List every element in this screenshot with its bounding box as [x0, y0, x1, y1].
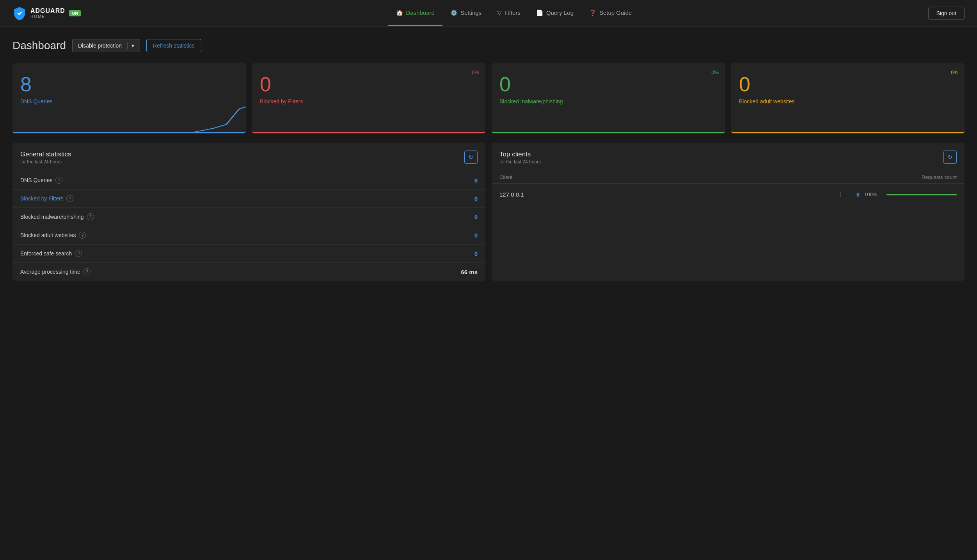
- blocked-malware-label: Blocked malware/phishing: [499, 98, 717, 105]
- stat-card-dns-queries: 8 DNS Queries: [12, 63, 246, 133]
- page-header: Dashboard Disable protection ▾ Refresh s…: [12, 39, 965, 52]
- nav-item-setup[interactable]: ❓ Setup Guide: [581, 1, 639, 26]
- stat-cards-grid: 8 DNS Queries 0% 0 Blocked by Filters 0%…: [12, 63, 965, 133]
- top-clients-refresh-button[interactable]: ↻: [943, 151, 957, 164]
- nav-item-dashboard[interactable]: 🏠 Dashboard: [388, 1, 442, 26]
- main-content: Dashboard Disable protection ▾ Refresh s…: [0, 27, 977, 293]
- page-title: Dashboard: [12, 39, 66, 52]
- client-row: 127.0.0.1 ⋮ 8 100%: [492, 183, 965, 205]
- nav-item-querylog[interactable]: 📄 Query Log: [528, 1, 581, 26]
- blocked-filters-row-label: Blocked by Filters ?: [20, 195, 352, 202]
- client-bar: [886, 194, 957, 195]
- blocked-filters-value: 0: [360, 190, 485, 208]
- requests-col-header: Requests count: [922, 174, 957, 180]
- doc-icon: 📄: [536, 9, 544, 16]
- top-clients-card: Top clients for the last 24 hours ↻ Clie…: [492, 143, 965, 281]
- avg-time-help-icon[interactable]: ?: [83, 268, 91, 275]
- chevron-down-icon[interactable]: ▾: [127, 43, 134, 49]
- safe-search-value: 0: [360, 245, 485, 263]
- logo-text: ADGUARD HOME: [30, 7, 65, 19]
- avg-time-row-label: Average processing time ?: [20, 268, 352, 275]
- blocked-malware-row-label: Blocked malware/phishing ?: [20, 213, 352, 220]
- blocked-adult-value: 0: [360, 226, 485, 245]
- blocked-adult-number: 0: [739, 74, 957, 94]
- filter-icon: ▽: [497, 9, 502, 16]
- top-clients-subtitle: for the last 24 hours: [499, 159, 541, 165]
- client-percent: 100%: [864, 191, 882, 197]
- home-icon: 🏠: [396, 9, 403, 16]
- gear-icon: ⚙️: [450, 9, 458, 16]
- sign-out-button[interactable]: Sign out: [928, 7, 965, 20]
- dns-queries-label: DNS Queries: [20, 98, 238, 105]
- general-stats-header: General statistics for the last 24 hours…: [12, 143, 485, 165]
- client-count: 8: [852, 191, 860, 198]
- nav-item-filters[interactable]: ▽ Filters: [489, 1, 528, 26]
- stat-card-blocked-adult: 0% 0 Blocked adult websites: [731, 63, 965, 133]
- logo-sub: HOME: [30, 14, 65, 19]
- dns-queries-chart: [12, 105, 246, 132]
- top-clients-header: Top clients for the last 24 hours ↻: [492, 143, 965, 165]
- table-row: Blocked malware/phishing ? 0: [12, 208, 485, 226]
- nav-links: 🏠 Dashboard ⚙️ Settings ▽ Filters 📄 Quer…: [99, 1, 928, 26]
- dns-queries-number: 8: [20, 74, 238, 94]
- general-stats-table: DNS Queries ? 8 Blocked by Filters ?: [12, 171, 485, 281]
- table-row: Enforced safe search ? 0: [12, 245, 485, 263]
- bottom-grid: General statistics for the last 24 hours…: [12, 143, 965, 281]
- clients-table-header: Client Requests count: [492, 171, 965, 183]
- general-stats-subtitle: for the last 24 hours: [20, 159, 71, 165]
- blocked-filters-help-icon[interactable]: ?: [66, 195, 73, 202]
- logo-name: ADGUARD: [30, 7, 65, 14]
- blocked-malware-value: 0: [360, 208, 485, 226]
- blocked-malware-percent: 0%: [711, 69, 719, 75]
- general-stats-title: General statistics: [20, 151, 71, 158]
- refresh-statistics-button[interactable]: Refresh statistics: [146, 39, 201, 52]
- stat-card-blocked-malware: 0% 0 Blocked malware/phishing: [492, 63, 725, 133]
- navbar: ADGUARD HOME ON 🏠 Dashboard ⚙️ Settings …: [0, 0, 977, 27]
- logo-area: ADGUARD HOME ON: [12, 6, 81, 20]
- safe-search-help-icon[interactable]: ?: [75, 250, 82, 257]
- table-row: Blocked by Filters ? 0: [12, 190, 485, 208]
- blocked-filters-number: 0: [260, 74, 478, 94]
- avg-time-value: 66 ms: [360, 263, 485, 281]
- general-statistics-card: General statistics for the last 24 hours…: [12, 143, 485, 281]
- blocked-adult-row-label: Blocked adult websites ?: [20, 232, 352, 239]
- blocked-adult-help-icon[interactable]: ?: [79, 232, 86, 239]
- nav-item-settings[interactable]: ⚙️ Settings: [442, 1, 489, 26]
- disable-protection-button[interactable]: Disable protection ▾: [72, 39, 140, 52]
- table-row: DNS Queries ? 8: [12, 171, 485, 190]
- client-bar-container: [886, 194, 957, 195]
- client-more-button[interactable]: ⋮: [835, 189, 847, 200]
- help-circle-icon: ❓: [589, 9, 597, 16]
- table-row: Average processing time ? 66 ms: [12, 263, 485, 281]
- dns-queries-value: 8: [360, 171, 485, 190]
- blocked-filters-percent: 0%: [472, 69, 479, 75]
- blocked-filters-label: Blocked by Filters: [260, 98, 478, 105]
- blocked-malware-number: 0: [499, 74, 717, 94]
- top-clients-title: Top clients: [499, 151, 541, 158]
- dns-queries-row-label: DNS Queries ?: [20, 177, 352, 184]
- blocked-malware-help-icon[interactable]: ?: [87, 213, 94, 220]
- adguard-logo-icon: [12, 6, 27, 20]
- dns-queries-help-icon[interactable]: ?: [55, 177, 62, 184]
- client-ip: 127.0.0.1: [499, 191, 830, 198]
- table-row: Blocked adult websites ? 0: [12, 226, 485, 245]
- on-badge: ON: [69, 10, 81, 16]
- general-stats-refresh-button[interactable]: ↻: [464, 151, 478, 164]
- stat-card-blocked-filters: 0% 0 Blocked by Filters: [252, 63, 485, 133]
- blocked-adult-percent: 0%: [951, 69, 958, 75]
- client-col-header: Client: [499, 174, 922, 180]
- safe-search-row-label: Enforced safe search ?: [20, 250, 352, 257]
- blocked-adult-label: Blocked adult websites: [739, 98, 957, 105]
